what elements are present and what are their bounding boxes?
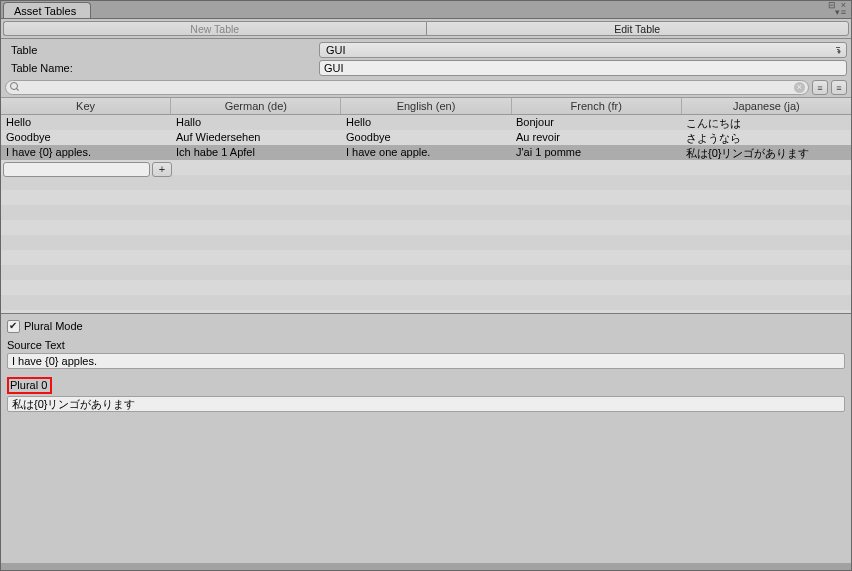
table-name-input[interactable]: GUI — [319, 60, 847, 76]
table-label: Table — [5, 44, 319, 56]
table-form: Table GUI♦ Table Name: GUI — [1, 39, 851, 79]
col-fr[interactable]: French (fr) — [512, 98, 682, 114]
edit-table-button[interactable]: Edit Table — [426, 21, 850, 36]
source-text-label: Source Text — [7, 339, 845, 351]
col-de[interactable]: German (de) — [171, 98, 341, 114]
clear-search-icon[interactable]: × — [794, 82, 805, 93]
add-key-button[interactable]: + — [152, 162, 172, 177]
table-row[interactable]: Hello Hallo Hello Bonjour こんにちは — [1, 115, 851, 130]
filter-button-1[interactable]: ≡ — [812, 80, 828, 95]
table-body: Hello Hallo Hello Bonjour こんにちは Goodbye … — [1, 115, 851, 313]
search-bar: × ≡ ≡ — [1, 79, 851, 97]
plural-0-label: Plural 0 — [7, 377, 52, 394]
filter-button-2[interactable]: ≡ — [831, 80, 847, 95]
table-row[interactable]: I have {0} apples. Ich habe 1 Apfel I ha… — [1, 145, 851, 160]
search-icon — [10, 82, 20, 92]
new-table-button[interactable]: New Table — [3, 21, 426, 36]
table-dropdown[interactable]: GUI♦ — [319, 42, 847, 58]
col-en[interactable]: English (en) — [341, 98, 511, 114]
plural-0-input[interactable]: 私は{0}リンゴがあります — [7, 396, 845, 412]
col-ja[interactable]: Japanese (ja) — [682, 98, 851, 114]
table-name-label: Table Name: — [5, 62, 319, 74]
window-titlebar: Asset Tables ⊟ × ▾≡ — [1, 1, 851, 19]
table-header: Key German (de) English (en) French (fr)… — [1, 97, 851, 115]
table-empty-area — [1, 175, 851, 313]
new-key-row: + — [1, 160, 851, 175]
window-controls: ⊟ × ▾≡ — [828, 2, 847, 16]
window-menu-icon[interactable]: ▾≡ — [835, 9, 847, 16]
search-input[interactable]: × — [5, 80, 809, 95]
window-tab[interactable]: Asset Tables — [3, 2, 91, 18]
mode-toggle: New Table Edit Table — [1, 19, 851, 39]
detail-panel: Plural Mode Source Text I have {0} apple… — [1, 313, 851, 563]
plural-mode-label: Plural Mode — [24, 320, 83, 332]
table-row[interactable]: Goodbye Auf Wiedersehen Goodbye Au revoi… — [1, 130, 851, 145]
col-key[interactable]: Key — [1, 98, 171, 114]
new-key-input[interactable] — [3, 162, 150, 177]
source-text-input[interactable]: I have {0} apples. — [7, 353, 845, 369]
plural-mode-checkbox[interactable] — [7, 320, 20, 333]
